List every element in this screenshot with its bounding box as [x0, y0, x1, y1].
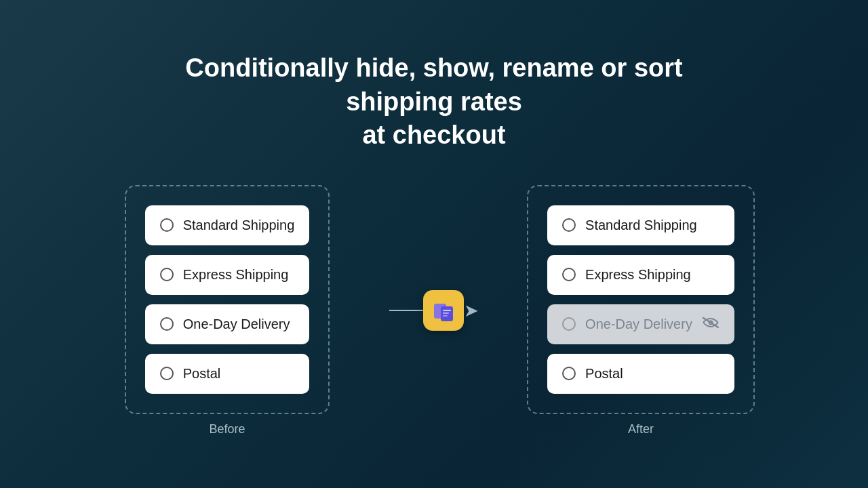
- after-option-oneday: One-Day Delivery: [547, 304, 734, 344]
- after-standard-label: Standard Shipping: [585, 218, 697, 233]
- radio-oneday-after: [562, 317, 576, 331]
- before-postal-label: Postal: [183, 366, 221, 382]
- radio-oneday-before: [160, 317, 174, 331]
- before-option-postal: Postal: [145, 354, 310, 394]
- arrow-line: [389, 310, 423, 311]
- page-headline: Conditionally hide, show, rename or sort…: [129, 52, 739, 152]
- radio-express-after: [562, 268, 576, 281]
- before-option-oneday: One-Day Delivery: [145, 304, 310, 344]
- before-option-standard: Standard Shipping: [145, 205, 310, 245]
- hidden-icon: [702, 317, 719, 332]
- svg-rect-3: [443, 312, 449, 314]
- before-panel: Standard Shipping Express Shipping One-D…: [125, 185, 330, 414]
- after-panel-wrapper: Standard Shipping Express Shipping One-D…: [481, 185, 800, 436]
- after-oneday-label: One-Day Delivery: [585, 317, 692, 332]
- app-icon-svg: [431, 298, 456, 323]
- after-postal-label: Postal: [585, 366, 623, 382]
- after-option-express: Express Shipping: [547, 255, 734, 295]
- svg-rect-2: [443, 310, 451, 311]
- arrow-head: ➤: [464, 302, 479, 319]
- before-oneday-label: One-Day Delivery: [183, 317, 290, 332]
- radio-standard-after: [562, 218, 576, 232]
- app-icon: [423, 290, 464, 331]
- before-option-express: Express Shipping: [145, 255, 310, 295]
- before-express-label: Express Shipping: [183, 267, 289, 283]
- comparison-area: Standard Shipping Express Shipping One-D…: [68, 185, 800, 436]
- after-option-postal: Postal: [547, 354, 734, 394]
- before-standard-label: Standard Shipping: [183, 218, 295, 233]
- before-panel-wrapper: Standard Shipping Express Shipping One-D…: [68, 185, 387, 436]
- transition-area: ➤: [387, 290, 481, 331]
- after-express-label: Express Shipping: [585, 267, 691, 283]
- radio-standard-before: [160, 218, 174, 232]
- svg-rect-4: [443, 315, 448, 317]
- radio-postal-after: [562, 367, 576, 380]
- before-label: Before: [209, 422, 245, 436]
- radio-postal-before: [160, 367, 174, 380]
- after-option-standard: Standard Shipping: [547, 205, 734, 245]
- icon-wrapper: ➤: [389, 290, 479, 331]
- after-panel: Standard Shipping Express Shipping One-D…: [527, 185, 755, 414]
- after-label: After: [628, 422, 654, 436]
- radio-express-before: [160, 268, 174, 281]
